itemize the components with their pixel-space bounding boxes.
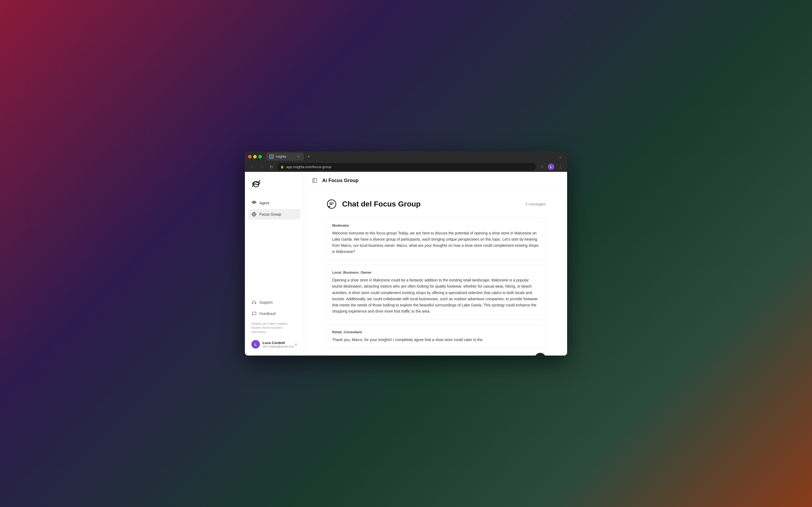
message-text-retail-consultant: Thank you, Marco, for your insights! I c…: [332, 337, 539, 343]
user-avatar: L: [251, 340, 260, 349]
tab-favicon: n: [269, 154, 274, 159]
message-card-retail-consultant: Retail_Consultant Thank you, Marco, for …: [326, 324, 545, 349]
svg-point-5: [253, 214, 255, 215]
address-bar[interactable]: 🔒 app.nsighta.com/focus-group: [277, 163, 536, 171]
sidebar-item-agent[interactable]: Agent: [248, 198, 300, 208]
agent-icon: [251, 200, 257, 206]
tab-dropdown-button[interactable]: ⌄: [557, 153, 564, 160]
lock-icon: 🔒: [280, 165, 284, 169]
message-author-moderator: Moderator: [332, 223, 539, 227]
disclaimer-text: Nsighta can make mistakes. Double-check …: [248, 320, 300, 336]
sidebar-item-agent-label: Agent: [259, 201, 269, 205]
tab-title: nsighta: [276, 155, 294, 158]
sidebar: Agent Focus Group: [245, 172, 304, 355]
svg-rect-6: [252, 303, 253, 304]
feedback-icon: [251, 311, 257, 316]
svg-rect-8: [313, 179, 317, 183]
sidebar-footer: Support Feedback Nsighta can make mistak…: [245, 297, 304, 351]
browser-tab-active[interactable]: n nsighta ×: [266, 153, 304, 161]
maximize-button[interactable]: [258, 155, 262, 158]
svg-point-3: [253, 203, 255, 204]
sidebar-item-feedback-label: Feedback: [259, 312, 276, 316]
chat-icon: [326, 198, 338, 210]
url-text: app.nsighta.com/focus-group: [286, 165, 533, 169]
chat-title: Chat del Focus Group: [342, 200, 420, 208]
main-header: Ai Focus Group: [304, 172, 567, 189]
user-expand-icon: ∧: [295, 342, 297, 346]
sidebar-item-focus-group-label: Focus Group: [259, 212, 281, 216]
browser-window: n nsighta × + ⌄ ‹ › ↻ 🔒 app.nsighta.com/…: [245, 152, 567, 355]
sidebar-item-support-label: Support: [259, 300, 273, 304]
message-card-moderator: Moderator Welcome everyone to this focus…: [326, 218, 545, 261]
browser-addressbar: ‹ › ↻ 🔒 app.nsighta.com/focus-group ☆ L …: [245, 162, 567, 172]
tab-close-button[interactable]: ×: [296, 154, 300, 159]
main-content: Ai Focus Group Chat del Focus Group: [304, 172, 567, 355]
reload-button[interactable]: ↻: [268, 163, 275, 171]
nsighta-logo-icon: [250, 178, 262, 190]
new-tab-button[interactable]: +: [305, 153, 312, 160]
sidebar-toggle-button[interactable]: [310, 176, 319, 185]
browser-chrome: n nsighta × + ⌄ ‹ › ↻ 🔒 app.nsighta.com/…: [245, 152, 567, 172]
browser-user-avatar[interactable]: L: [548, 164, 554, 170]
bookmark-button[interactable]: ☆: [538, 163, 545, 171]
message-text-local-business-owner: Opening a shoe store in Malcesine could …: [332, 277, 539, 315]
svg-point-4: [252, 212, 255, 216]
chat-area[interactable]: Chat del Focus Group 5 messages Moderato…: [304, 189, 567, 355]
message-text-moderator: Welcome everyone to this focus group! To…: [332, 230, 539, 255]
browser-actions: ☆ L ⋮: [538, 163, 564, 171]
user-profile[interactable]: L Luca Cordioli info.nsighta@gmail.com ∧: [248, 337, 300, 351]
scroll-to-bottom-button[interactable]: [535, 353, 545, 355]
browser-tabs: n nsighta × + ⌄: [266, 153, 564, 161]
browser-titlebar: n nsighta × + ⌄: [245, 152, 567, 162]
sidebar-item-focus-group[interactable]: Focus Group: [248, 209, 300, 220]
browser-menu-button[interactable]: ⋮: [557, 163, 564, 171]
close-button[interactable]: [248, 155, 251, 158]
message-count: 5 messages: [525, 202, 545, 206]
svg-rect-7: [255, 303, 256, 304]
message-author-retail-consultant: Retail_Consultant: [332, 330, 539, 334]
back-button[interactable]: ‹: [248, 163, 255, 171]
main-header-title: Ai Focus Group: [322, 178, 358, 183]
focus-group-icon: [251, 212, 257, 217]
app-container: Agent Focus Group: [245, 172, 567, 355]
sidebar-item-support[interactable]: Support: [248, 297, 300, 308]
traffic-lights: [248, 155, 262, 158]
message-author-local-business-owner: Local_Business_Owner: [332, 270, 539, 274]
svg-text:n: n: [271, 156, 272, 157]
chat-header: Chat del Focus Group 5 messages: [326, 198, 545, 210]
sidebar-nav: Agent Focus Group: [245, 198, 304, 297]
user-email: info.nsighta@gmail.com: [263, 345, 292, 348]
minimize-button[interactable]: [253, 155, 257, 158]
sidebar-item-feedback[interactable]: Feedback: [248, 308, 300, 319]
support-icon: [251, 300, 257, 305]
sidebar-logo: [245, 176, 304, 198]
forward-button[interactable]: ›: [258, 163, 265, 171]
message-card-local-business-owner: Local_Business_Owner Opening a shoe stor…: [326, 265, 545, 320]
user-name: Luca Cordioli: [263, 341, 292, 345]
user-info: Luca Cordioli info.nsighta@gmail.com: [263, 341, 292, 348]
chat-title-group: Chat del Focus Group: [326, 198, 420, 210]
